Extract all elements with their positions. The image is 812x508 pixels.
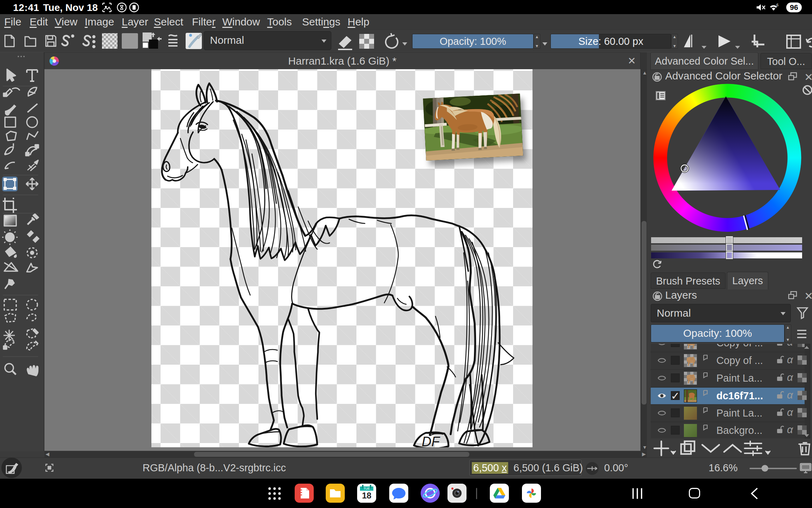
svg-text:TUE: TUE — [363, 487, 370, 490]
svg-text:96: 96 — [790, 3, 798, 11]
svg-text:6: 6 — [776, 3, 778, 7]
svg-text:DF: DF — [422, 434, 440, 447]
svg-text:18: 18 — [362, 491, 372, 500]
